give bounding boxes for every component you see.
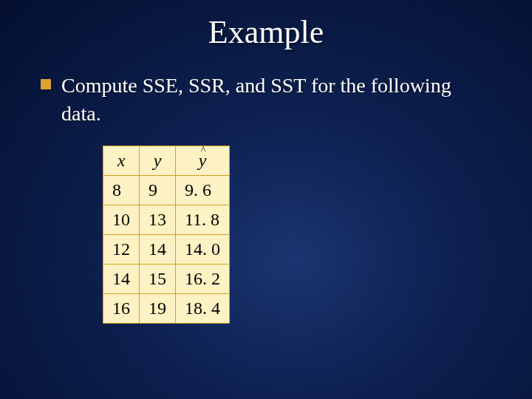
table-row: 10 13 11. 8 — [103, 205, 230, 234]
cell-yhat: 9. 6 — [176, 175, 230, 205]
col-header-yhat: ^y — [176, 146, 230, 175]
cell-y: 15 — [140, 264, 176, 293]
data-table-wrap: x y ^y 8 9 9. 6 10 13 11. 8 12 14 14. 0 … — [103, 146, 491, 324]
cell-y: 13 — [140, 205, 176, 234]
cell-x: 16 — [103, 293, 140, 323]
cell-yhat: 16. 2 — [176, 264, 230, 293]
cell-y: 19 — [140, 293, 176, 323]
col-header-y: y — [140, 146, 176, 175]
table-row: 16 19 18. 4 — [103, 293, 230, 323]
table-header-row: x y ^y — [103, 146, 230, 175]
slide-content: Compute SSE, SSR, and SST for the follow… — [0, 72, 532, 324]
body-text: Compute SSE, SSR, and SST for the follow… — [61, 72, 491, 128]
table-row: 14 15 16. 2 — [103, 264, 230, 293]
col-header-x: x — [103, 146, 140, 175]
cell-x: 14 — [103, 264, 140, 293]
cell-y: 9 — [140, 175, 176, 205]
slide-title: Example — [0, 0, 532, 72]
cell-yhat: 11. 8 — [176, 205, 230, 234]
cell-yhat: 18. 4 — [176, 293, 230, 323]
cell-x: 8 — [103, 175, 140, 205]
square-bullet-icon — [41, 79, 51, 89]
cell-y: 14 — [140, 234, 176, 264]
cell-yhat: 14. 0 — [176, 234, 230, 264]
cell-x: 10 — [103, 205, 140, 234]
cell-x: 12 — [103, 234, 140, 264]
table-row: 12 14 14. 0 — [103, 234, 230, 264]
table-row: 8 9 9. 6 — [103, 175, 230, 205]
data-table: x y ^y 8 9 9. 6 10 13 11. 8 12 14 14. 0 … — [103, 146, 230, 324]
bullet-item: Compute SSE, SSR, and SST for the follow… — [41, 72, 491, 128]
